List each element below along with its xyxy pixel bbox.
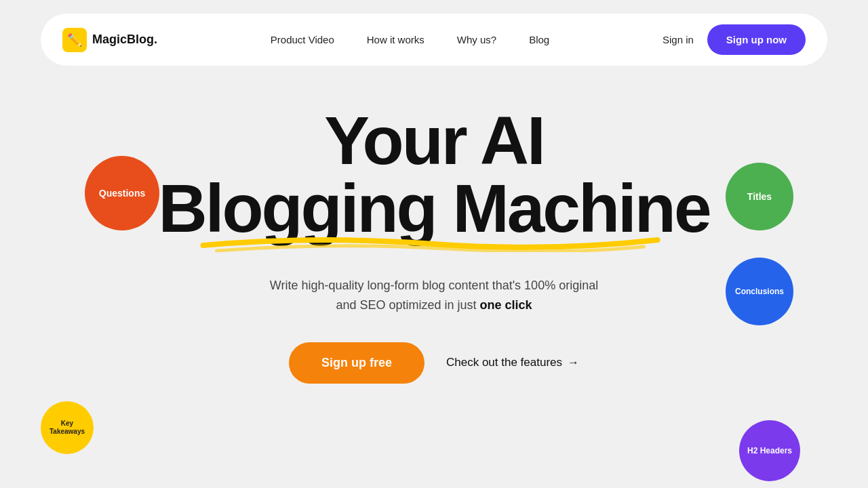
logo-text: MagicBlog. bbox=[92, 33, 157, 47]
logo[interactable]: ✏️ MagicBlog. bbox=[62, 28, 157, 52]
hero-section: Your AI Blogging Machine Write high-qual… bbox=[0, 106, 868, 384]
nav-product-video[interactable]: Product Video bbox=[271, 34, 334, 45]
nav-links: Product Video How it works Why us? Blog bbox=[271, 34, 549, 45]
bubble-titles: Titles bbox=[726, 163, 793, 230]
signup-free-button[interactable]: Sign up free bbox=[289, 342, 425, 384]
nav-why-us[interactable]: Why us? bbox=[457, 34, 496, 45]
sign-up-now-button[interactable]: Sign up now bbox=[707, 24, 806, 55]
logo-icon: ✏️ bbox=[62, 28, 87, 52]
hero-title-line1: Your AI bbox=[158, 106, 709, 174]
hero-actions: Sign up free Check out the features → bbox=[289, 342, 579, 384]
nav-actions: Sign in Sign up now bbox=[663, 24, 806, 55]
navbar: ✏️ MagicBlog. Product Video How it works… bbox=[41, 14, 827, 66]
check-features-link[interactable]: Check out the features → bbox=[446, 356, 579, 369]
bubble-conclusions: Conclusions bbox=[726, 258, 793, 325]
bubble-key-takeaways: Key Takeaways bbox=[41, 401, 94, 454]
nav-blog[interactable]: Blog bbox=[529, 34, 549, 45]
hero-title-line2: Blogging Machine bbox=[158, 174, 709, 242]
hero-subtitle: Write high-quality long-form blog conten… bbox=[270, 276, 598, 315]
bubble-questions: Questions bbox=[85, 156, 159, 230]
sign-in-button[interactable]: Sign in bbox=[663, 34, 694, 45]
nav-how-it-works[interactable]: How it works bbox=[367, 34, 425, 45]
hero-title: Your AI Blogging Machine bbox=[158, 106, 709, 242]
title-underline bbox=[158, 232, 709, 252]
bubble-h2-headers: H2 Headers bbox=[739, 420, 800, 481]
